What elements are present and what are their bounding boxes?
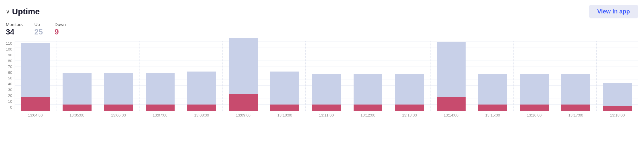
x-axis-label: 13:10:00 (264, 113, 306, 117)
bar-down (63, 105, 92, 111)
y-axis-label: 20 (6, 94, 12, 98)
bar-down (270, 105, 299, 111)
y-axis-label: 0 (6, 105, 12, 109)
bar-group[interactable] (223, 41, 264, 111)
x-axis-label: 13:05:00 (56, 113, 98, 117)
page-header: ∨ Uptime View in app (6, 5, 638, 18)
down-label: Down (54, 22, 66, 27)
bar-group[interactable] (181, 41, 223, 111)
x-axis-label: 13:15:00 (472, 113, 513, 117)
bar-up (437, 42, 466, 97)
y-axis-label: 70 (6, 65, 12, 69)
bar-up (478, 74, 507, 105)
page-title: Uptime (12, 7, 40, 16)
bar-down (603, 106, 632, 111)
bar-group[interactable] (98, 41, 140, 111)
y-axis-label: 60 (6, 71, 12, 74)
bar-up (63, 73, 92, 105)
x-axis-label: 13:09:00 (222, 113, 264, 117)
bar-up (187, 72, 216, 105)
bar-down (146, 105, 175, 111)
chart-body: 13:04:0013:05:0013:06:0013:07:0013:08:00… (15, 41, 638, 117)
monitors-value: 34 (6, 27, 23, 36)
y-axis-label: 80 (6, 59, 12, 63)
bar-group[interactable] (555, 41, 597, 111)
title-area: ∨ Uptime (6, 7, 40, 16)
down-stat: Down 9 (54, 22, 66, 36)
y-axis: 0102030405060708090100110 (6, 41, 12, 117)
bars-container (15, 41, 638, 111)
bar-up (104, 73, 133, 105)
monitors-label: Monitors (6, 22, 23, 27)
y-axis-label: 10 (6, 100, 12, 103)
bar-group[interactable] (597, 41, 638, 111)
up-stat: Up 25 (35, 22, 43, 36)
bar-group[interactable] (56, 41, 98, 111)
y-axis-label: 40 (6, 82, 12, 86)
bar-group[interactable] (514, 41, 555, 111)
y-axis-label: 50 (6, 76, 12, 80)
bar-down (312, 105, 341, 111)
x-axis-label: 13:18:00 (597, 113, 638, 117)
y-axis-label: 100 (6, 47, 12, 51)
chevron-down-icon[interactable]: ∨ (6, 8, 10, 15)
bar-down (561, 105, 590, 111)
x-axis-label: 13:16:00 (514, 113, 555, 117)
down-value: 9 (54, 27, 66, 36)
x-axis-label: 13:04:00 (15, 113, 56, 117)
bar-up (270, 72, 299, 105)
bar-group[interactable] (389, 41, 431, 111)
chart-area: 0102030405060708090100110 13:04:0013:05:… (6, 41, 638, 117)
stats-row: Monitors 34 Up 25 Down 9 (6, 22, 638, 36)
bar-down (187, 105, 216, 111)
bar-group[interactable] (472, 41, 514, 111)
bar-up (395, 74, 424, 105)
bar-down (437, 97, 466, 111)
bar-up (312, 74, 341, 105)
bar-down (21, 97, 50, 111)
bar-down (520, 105, 549, 111)
y-axis-label: 90 (6, 53, 12, 57)
up-label: Up (35, 22, 43, 27)
y-axis-label: 30 (6, 88, 12, 92)
bar-up (561, 74, 590, 105)
y-axis-label: 110 (6, 41, 12, 45)
bar-up (229, 38, 258, 94)
monitors-stat: Monitors 34 (6, 22, 23, 36)
bar-up (520, 74, 549, 105)
x-axis-label: 13:11:00 (306, 113, 347, 117)
bar-group[interactable] (306, 41, 347, 111)
bar-group[interactable] (264, 41, 306, 111)
x-axis-label: 13:13:00 (389, 113, 430, 117)
bar-down (229, 94, 258, 111)
bar-down (354, 105, 383, 111)
bar-up (603, 83, 632, 106)
x-axis-label: 13:12:00 (347, 113, 389, 117)
view-in-app-button[interactable]: View in app (589, 5, 638, 18)
x-axis-label: 13:08:00 (181, 113, 222, 117)
bar-up (146, 73, 175, 105)
x-axis-label: 13:14:00 (430, 113, 472, 117)
x-axis-label: 13:07:00 (139, 113, 181, 117)
bar-down (395, 105, 424, 111)
up-value: 25 (35, 27, 43, 36)
bar-group[interactable] (140, 41, 181, 111)
x-axis-label: 13:06:00 (98, 113, 139, 117)
bar-up (354, 74, 383, 105)
bar-down (478, 105, 507, 111)
x-axis-label: 13:17:00 (555, 113, 597, 117)
bar-down (104, 105, 133, 111)
bar-group[interactable] (347, 41, 389, 111)
bar-up (21, 43, 50, 97)
bar-group[interactable] (431, 41, 472, 111)
bar-group[interactable] (15, 41, 56, 111)
x-labels: 13:04:0013:05:0013:06:0013:07:0013:08:00… (15, 113, 638, 117)
